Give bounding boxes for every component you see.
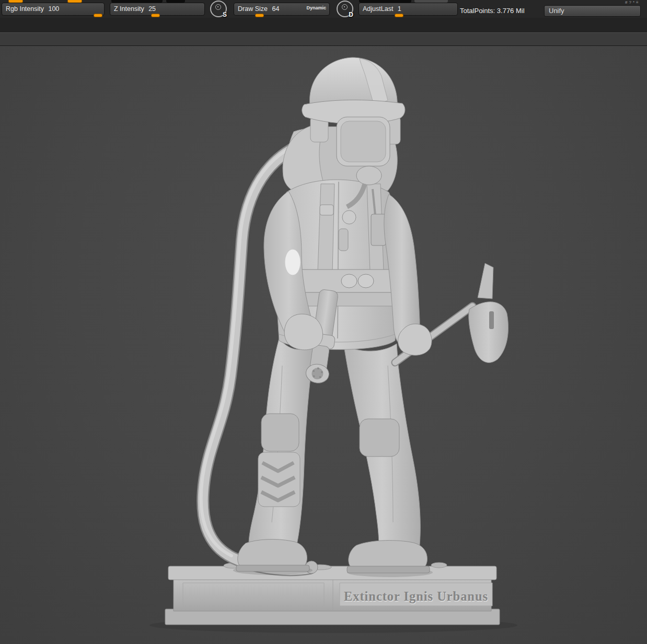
belt-buckle bbox=[358, 274, 374, 288]
depth-picker[interactable]: D bbox=[337, 1, 353, 17]
unify-label: Unify bbox=[549, 7, 564, 15]
menu-icon[interactable]: ≡ bbox=[636, 0, 639, 5]
asterisk-icon[interactable]: * bbox=[633, 0, 634, 5]
slider-label: Z Intensity bbox=[114, 5, 144, 13]
mask-regulator bbox=[356, 166, 382, 185]
slider-label: Draw Size bbox=[238, 5, 268, 13]
rubble bbox=[431, 563, 447, 568]
slider-value: 25 bbox=[148, 5, 156, 13]
slider-label: AdjustLast bbox=[363, 5, 393, 13]
depth-letter: D bbox=[349, 11, 353, 18]
left-boot-sole bbox=[236, 565, 309, 571]
left-knee-pad bbox=[261, 414, 299, 451]
legs bbox=[236, 338, 430, 573]
axe-pick bbox=[478, 263, 493, 299]
crosshair-icon bbox=[215, 4, 221, 10]
toolbar-gap bbox=[0, 18, 647, 32]
slider-value: 100 bbox=[48, 5, 59, 13]
stroke-letter: S bbox=[223, 11, 227, 18]
visor-glass bbox=[341, 121, 386, 162]
slider-handle[interactable] bbox=[151, 14, 160, 17]
left-boot bbox=[238, 540, 307, 568]
flashlight-lens bbox=[342, 210, 356, 224]
total-points-readout: TotalPoints: 3.776 Mil bbox=[460, 7, 525, 15]
crosshair-icon bbox=[342, 4, 348, 10]
pedestal-top-cap bbox=[168, 566, 496, 580]
strap-buckle bbox=[320, 205, 333, 215]
hash-icon[interactable]: # bbox=[625, 0, 627, 5]
flashlight-body bbox=[339, 229, 348, 251]
belt-buckle bbox=[341, 274, 357, 288]
radio bbox=[371, 214, 386, 245]
harness-strap-left bbox=[318, 184, 334, 273]
slider-value: 64 bbox=[272, 5, 279, 13]
slider-handle[interactable] bbox=[395, 14, 403, 17]
adjust-last-slider[interactable]: AdjustLast 1 bbox=[359, 3, 458, 16]
axe-blade bbox=[469, 302, 509, 363]
right-knee-pad bbox=[360, 419, 399, 456]
shelf-strip bbox=[0, 32, 647, 46]
slider-handle[interactable] bbox=[94, 14, 102, 17]
slider-value: 1 bbox=[398, 5, 401, 13]
dynamic-mode-toggle[interactable]: Dynamic bbox=[306, 5, 326, 10]
left-arm-and-axe bbox=[384, 194, 509, 362]
stroke-picker[interactable]: S bbox=[210, 1, 227, 17]
elbow-patch bbox=[285, 249, 301, 275]
slider-label: Rgb Intensity bbox=[6, 5, 44, 13]
rgb-intensity-slider[interactable]: Rgb Intensity 100 bbox=[2, 3, 105, 16]
axe-blade-slot bbox=[489, 311, 494, 329]
z-intensity-slider[interactable]: Z Intensity 25 bbox=[110, 3, 205, 16]
titlebar-mini-icons: # ? * ≡ bbox=[625, 0, 639, 5]
model-viewport[interactable]: Extinctor Ignis Urbanus Extinctor Ignis … bbox=[0, 46, 647, 644]
unify-button[interactable]: Unify bbox=[544, 5, 641, 17]
sculpt-canvas[interactable]: Extinctor Ignis Urbanus Extinctor Ignis … bbox=[0, 46, 647, 644]
top-toolbar: Rgb Intensity 100 Z Intensity 25 S Draw … bbox=[0, 0, 647, 18]
pedestal-base: Extinctor Ignis Urbanus Extinctor Ignis … bbox=[165, 563, 500, 625]
help-icon[interactable]: ? bbox=[629, 0, 631, 5]
plaque-text: Extinctor Ignis Urbanus bbox=[344, 589, 488, 603]
right-boot bbox=[349, 541, 428, 569]
slider-handle[interactable] bbox=[255, 14, 264, 17]
firefighter-statue[interactable]: Extinctor Ignis Urbanus Extinctor Ignis … bbox=[149, 57, 517, 633]
right-boot-sole bbox=[347, 566, 430, 573]
draw-size-slider[interactable]: Draw Size 64 Dynamic bbox=[234, 3, 330, 16]
